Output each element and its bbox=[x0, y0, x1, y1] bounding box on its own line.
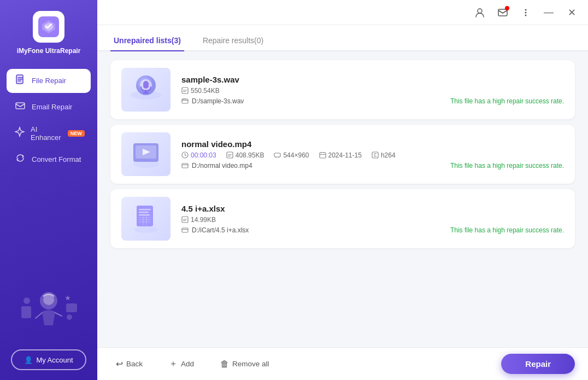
close-icon: ✕ bbox=[568, 7, 576, 19]
convert-format-icon bbox=[14, 153, 26, 166]
file-date: 2024-11-15 bbox=[319, 151, 362, 159]
file-repair-icon bbox=[14, 74, 26, 87]
svg-rect-3 bbox=[16, 103, 25, 109]
svg-rect-7 bbox=[66, 303, 77, 312]
remove-all-label: Remove all bbox=[232, 360, 269, 368]
svg-rect-37 bbox=[139, 214, 150, 216]
sidebar-item-ai-enhancer[interactable]: AI Enhancer NEW bbox=[7, 121, 91, 145]
file-path: D:/sample-3s.wav This file has a high re… bbox=[181, 97, 564, 105]
sidebar-item-file-repair-label: File Repair bbox=[32, 77, 66, 85]
svg-point-10 bbox=[478, 9, 482, 13]
file-meta-row: 14.99KB bbox=[181, 216, 564, 224]
svg-rect-6 bbox=[21, 306, 31, 318]
file-name: normal video.mp4 bbox=[181, 139, 564, 149]
account-titlebar-button[interactable] bbox=[472, 5, 487, 20]
file-duration: 00:00:03 bbox=[181, 151, 216, 159]
menu-titlebar-button[interactable] bbox=[518, 5, 533, 20]
svg-rect-18 bbox=[143, 81, 149, 89]
table-row: sample-3s.wav 550.54KB D:/sample-3s.wav … bbox=[110, 60, 575, 119]
table-row: normal video.mp4 00:00:03 408.95KB 544×9… bbox=[110, 125, 575, 184]
svg-point-12 bbox=[525, 9, 527, 10]
table-row: 4.5 i+a.xlsx 14.99KB D:/iCart/4.5 i+a.xl… bbox=[110, 189, 575, 248]
svg-point-9 bbox=[67, 314, 72, 320]
logo-area: iMyFone UltraRepair bbox=[17, 11, 81, 56]
file-duration-value: 00:00:03 bbox=[191, 151, 216, 159]
ai-enhancer-icon bbox=[14, 126, 25, 140]
file-thumbnail-wav bbox=[121, 68, 170, 112]
app-name: iMyFone UltraRepair bbox=[17, 47, 81, 56]
svg-point-14 bbox=[525, 14, 527, 16]
file-name: 4.5 i+a.xlsx bbox=[181, 204, 564, 213]
file-meta-row: 550.54KB bbox=[181, 87, 564, 95]
svg-rect-29 bbox=[274, 153, 280, 157]
my-account-label: My Account bbox=[36, 356, 73, 364]
tab-unrepaired[interactable]: Unrepaired lists(3) bbox=[110, 36, 184, 51]
file-info-xlsx: 4.5 i+a.xlsx 14.99KB D:/iCart/4.5 i+a.xl… bbox=[181, 204, 564, 234]
file-size-value: 408.95KB bbox=[236, 151, 264, 159]
file-codec: h264 bbox=[372, 151, 396, 159]
file-list: sample-3s.wav 550.54KB D:/sample-3s.wav … bbox=[97, 51, 588, 347]
tabs-bar: Unrepaired lists(3) Repaire results(0) bbox=[97, 25, 588, 51]
file-path-value: D:/iCart/4.5 i+a.xlsx bbox=[192, 226, 249, 234]
file-info-mp4: normal video.mp4 00:00:03 408.95KB 544×9… bbox=[181, 139, 564, 169]
file-size: 14.99KB bbox=[181, 216, 216, 224]
sidebar-item-convert-format-label: Convert Format bbox=[32, 155, 81, 163]
new-badge: NEW bbox=[68, 130, 85, 137]
my-account-button[interactable]: 👤 My Account bbox=[11, 349, 86, 370]
remove-all-button[interactable]: 🗑 Remove all bbox=[215, 356, 275, 372]
svg-rect-30 bbox=[320, 153, 326, 158]
file-date-value: 2024-11-15 bbox=[328, 151, 362, 159]
repair-button[interactable]: Repair bbox=[501, 354, 575, 374]
sidebar: iMyFone UltraRepair File Repair Email Re… bbox=[0, 0, 97, 380]
file-name: sample-3s.wav bbox=[181, 75, 564, 84]
success-text: This file has a high repair success rate… bbox=[450, 226, 564, 234]
back-icon: ↩ bbox=[116, 359, 123, 369]
file-size-value: 550.54KB bbox=[191, 87, 220, 95]
back-label: Back bbox=[126, 360, 143, 368]
tab-repaired[interactable]: Repaire results(0) bbox=[199, 36, 267, 51]
svg-rect-34 bbox=[137, 206, 153, 226]
file-codec-value: h264 bbox=[381, 151, 396, 159]
sidebar-item-ai-enhancer-label: AI Enhancer bbox=[31, 125, 61, 142]
sidebar-item-email-repair-label: Email Repair bbox=[32, 103, 72, 111]
close-button[interactable]: ✕ bbox=[564, 5, 579, 20]
file-meta-row: 00:00:03 408.95KB 544×960 2024-11-15 bbox=[181, 151, 564, 159]
svg-point-33 bbox=[134, 226, 158, 233]
file-resolution-value: 544×960 bbox=[283, 151, 309, 159]
sidebar-illustration bbox=[0, 282, 97, 342]
svg-rect-39 bbox=[182, 228, 188, 232]
add-icon: ＋ bbox=[169, 358, 178, 370]
file-thumbnail-mp4 bbox=[121, 132, 170, 176]
svg-rect-36 bbox=[139, 212, 149, 213]
svg-rect-22 bbox=[182, 99, 188, 103]
file-path: D:/iCart/4.5 i+a.xlsx This file has a hi… bbox=[181, 226, 564, 234]
file-size: 550.54KB bbox=[181, 87, 220, 95]
svg-rect-32 bbox=[182, 163, 188, 168]
account-icon: 👤 bbox=[24, 356, 33, 364]
back-button[interactable]: ↩ Back bbox=[110, 355, 148, 372]
file-size: 408.95KB bbox=[226, 151, 264, 159]
notification-dot bbox=[505, 6, 509, 10]
main-content: — ✕ Unrepaired lists(3) Repaire results(… bbox=[97, 0, 588, 380]
file-path-value: D:/sample-3s.wav bbox=[192, 97, 244, 105]
mail-titlebar-button[interactable] bbox=[495, 5, 510, 20]
sidebar-item-email-repair[interactable]: Email Repair bbox=[7, 95, 91, 119]
minimize-button[interactable]: — bbox=[541, 5, 556, 20]
email-repair-icon bbox=[14, 100, 26, 114]
bottom-bar: ↩ Back ＋ Add 🗑 Remove all Repair bbox=[97, 347, 588, 380]
sidebar-item-file-repair[interactable]: File Repair bbox=[7, 69, 91, 93]
file-path: D:/normal video.mp4 This file has a high… bbox=[181, 162, 564, 169]
titlebar: — ✕ bbox=[97, 0, 588, 25]
file-path-value: D:/normal video.mp4 bbox=[192, 162, 252, 169]
file-info-wav: sample-3s.wav 550.54KB D:/sample-3s.wav … bbox=[181, 75, 564, 105]
success-text: This file has a high repair success rate… bbox=[450, 162, 564, 169]
trash-icon: 🗑 bbox=[220, 359, 229, 369]
success-text: This file has a high repair success rate… bbox=[450, 97, 564, 105]
sidebar-item-convert-format[interactable]: Convert Format bbox=[7, 148, 91, 172]
add-button[interactable]: ＋ Add bbox=[163, 355, 199, 373]
svg-point-13 bbox=[525, 11, 527, 13]
app-logo bbox=[33, 11, 64, 43]
add-label: Add bbox=[181, 360, 194, 368]
file-thumbnail-xlsx bbox=[121, 197, 170, 241]
svg-rect-35 bbox=[139, 209, 151, 211]
